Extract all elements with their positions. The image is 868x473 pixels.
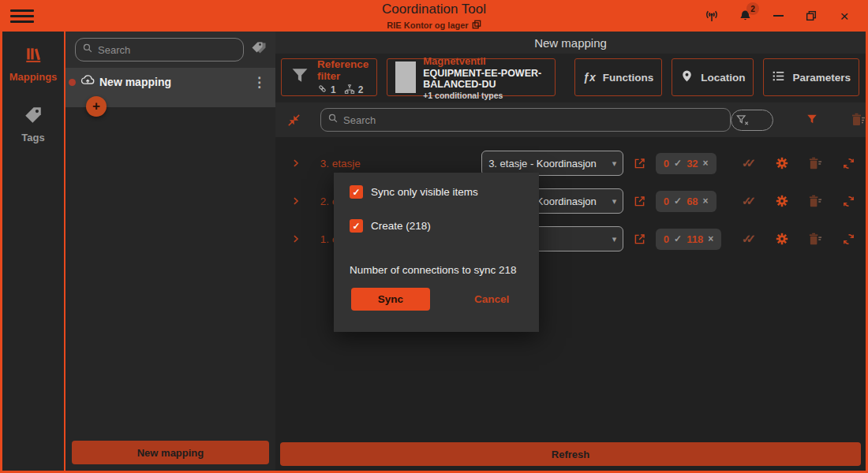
collapse-all-icon[interactable] xyxy=(286,113,301,128)
hierarchy-count: 2 xyxy=(358,84,364,95)
page-title: New mapping xyxy=(275,32,866,54)
check-icon: ✓ xyxy=(674,196,682,207)
restore-window-icon[interactable] xyxy=(803,7,820,24)
panel-search-row xyxy=(65,32,275,68)
sidebar-item-mappings[interactable]: Mappings xyxy=(9,46,58,83)
accept-all-icon[interactable]: ✓✓ xyxy=(742,232,756,246)
sync-row-icon[interactable] xyxy=(842,157,855,170)
chevron-right-icon[interactable] xyxy=(286,196,306,207)
checkbox-checked-icon: ✓ xyxy=(350,219,363,233)
delete-row-icon[interactable] xyxy=(808,232,823,247)
nav-sidebar: Mappings Tags xyxy=(2,32,65,471)
status-badge: 0✓ 118× xyxy=(656,229,721,250)
filter-row: Reference filter 1 xyxy=(275,54,866,102)
chevron-right-icon[interactable] xyxy=(286,233,306,244)
accept-all-icon[interactable]: ✓✓ xyxy=(742,156,756,170)
location-button[interactable]: Location xyxy=(672,58,754,96)
connections-summary: Number of connections to sync 218 xyxy=(350,264,523,276)
parameters-button[interactable]: Parameters xyxy=(763,58,859,96)
mapping-list-item[interactable]: New mapping ⋮ + xyxy=(65,68,275,107)
type-note: +1 conditional types xyxy=(423,91,547,100)
panel-bottom: New mapping xyxy=(65,434,275,471)
cross-icon: × xyxy=(703,196,709,207)
title-block: Coordination Tool RIE Kontor og lager xyxy=(382,2,486,32)
delete-row-icon[interactable] xyxy=(808,156,823,171)
sidebar-item-label: Mappings xyxy=(9,71,58,83)
location-label: Location xyxy=(701,72,745,84)
connections-search-input[interactable] xyxy=(343,114,724,126)
sync-button[interactable]: Sync xyxy=(351,288,430,311)
create-checkbox[interactable]: ✓ Create (218) xyxy=(350,219,523,233)
titlebar-controls: 2 × xyxy=(703,7,866,24)
location-pin-icon xyxy=(680,69,694,86)
broadcast-icon[interactable] xyxy=(703,7,720,24)
check-icon: ✓ xyxy=(674,158,682,169)
new-mapping-button[interactable]: New mapping xyxy=(72,441,269,464)
gear-icon[interactable] xyxy=(775,232,789,246)
app-title: Coordination Tool xyxy=(382,2,486,17)
chevron-down-icon: ▾ xyxy=(612,196,617,207)
unsaved-dot xyxy=(69,79,76,86)
cross-icon: × xyxy=(703,158,709,169)
panel-search-box xyxy=(75,38,244,61)
cloud-sync-icon xyxy=(80,73,95,91)
check-icon: ✓ xyxy=(674,233,682,244)
main-bottom: Refresh xyxy=(275,442,866,471)
add-mapping-icon[interactable]: + xyxy=(86,96,107,117)
reference-filter-label: Reference filter xyxy=(317,58,369,82)
sync-row-icon[interactable] xyxy=(842,233,855,246)
type-title: Magnetventil xyxy=(423,55,547,67)
library-icon xyxy=(24,46,43,68)
link-icon xyxy=(317,84,327,96)
close-icon[interactable]: × xyxy=(836,7,853,24)
type-subtitle: EQUIPMENT-EE-POWER-BALANCED-DU xyxy=(423,68,547,90)
functions-button[interactable]: ƒx Functions xyxy=(574,58,662,96)
sync-dialog: ✓ Sync only visible items ✓ Create (218)… xyxy=(334,173,539,332)
row-label: 3. etasje xyxy=(306,158,481,169)
tags-filter-icon[interactable] xyxy=(250,39,268,60)
cross-icon: × xyxy=(708,233,713,244)
open-external-icon[interactable] xyxy=(623,233,656,246)
filter-toggle[interactable] xyxy=(731,110,773,131)
type-selector-button[interactable]: Magnetventil EQUIPMENT-EE-POWER-BALANCED… xyxy=(387,58,556,96)
type-thumbnail xyxy=(395,61,416,93)
status-badge: 0✓ 32× xyxy=(656,153,716,174)
accept-all-icon[interactable]: ✓✓ xyxy=(742,194,756,208)
notification-badge: 2 xyxy=(746,2,759,15)
sync-only-visible-checkbox[interactable]: ✓ Sync only visible items xyxy=(350,185,523,199)
status-badge: 0✓ 68× xyxy=(656,191,716,212)
search-icon xyxy=(82,43,93,57)
open-external-icon[interactable] xyxy=(623,195,656,208)
panel-search-input[interactable] xyxy=(98,44,237,56)
mappings-list: New mapping ⋮ + xyxy=(65,68,275,434)
checkbox-checked-icon: ✓ xyxy=(350,185,363,199)
hamburger-menu-icon[interactable] xyxy=(10,6,34,26)
sidebar-item-label: Tags xyxy=(21,132,44,143)
search-icon xyxy=(327,113,339,127)
notifications-bell-icon[interactable]: 2 xyxy=(736,7,754,24)
copy-icon[interactable] xyxy=(472,18,481,32)
minimize-icon[interactable] xyxy=(769,7,787,24)
reference-filter-button[interactable]: Reference filter 1 xyxy=(281,58,377,96)
sync-row-icon[interactable] xyxy=(842,195,855,208)
delete-row-icon[interactable] xyxy=(808,194,823,209)
chevron-right-icon[interactable] xyxy=(286,158,306,169)
toolbar xyxy=(275,102,866,137)
cancel-button[interactable]: Cancel xyxy=(474,293,509,305)
app-subtitle: RIE Kontor og lager xyxy=(387,20,468,30)
open-external-icon[interactable] xyxy=(623,157,656,170)
connections-search-box xyxy=(320,108,731,132)
sidebar-item-tags[interactable]: Tags xyxy=(21,105,44,143)
tag-icon xyxy=(23,105,43,128)
hierarchy-icon xyxy=(344,84,355,97)
clear-list-icon[interactable] xyxy=(851,112,866,128)
gear-icon[interactable] xyxy=(775,194,789,208)
filter-icon[interactable] xyxy=(805,113,819,127)
titlebar: Coordination Tool RIE Kontor og lager xyxy=(2,0,866,32)
mapping-item-label: New mapping xyxy=(99,76,171,88)
chevron-down-icon: ▾ xyxy=(612,234,617,244)
refresh-button[interactable]: Refresh xyxy=(280,442,861,466)
kebab-menu-icon[interactable]: ⋮ xyxy=(248,74,271,91)
fx-icon: ƒx xyxy=(583,71,596,84)
gear-icon[interactable] xyxy=(775,156,789,170)
